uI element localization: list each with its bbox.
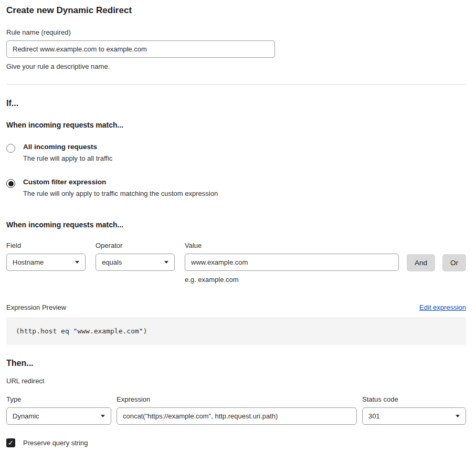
edit-expression-link[interactable]: Edit expression	[419, 303, 466, 311]
value-column: Value e.g. example.com	[185, 242, 399, 284]
operator-label: Operator	[96, 242, 175, 249]
url-redirect-label: URL redirect	[6, 377, 466, 385]
type-select[interactable]: Dynamic	[6, 407, 111, 425]
chevron-down-icon	[101, 415, 105, 417]
rule-name-group: Rule name (required) Give your rule a de…	[6, 28, 466, 70]
radio-option-all-incoming[interactable]: All incoming requests The rule will appl…	[6, 143, 466, 162]
preserve-query-string-label: Preserve query string	[23, 439, 88, 447]
incoming-match-heading: When incoming requests match...	[6, 121, 466, 129]
field-column: Field Hostname	[6, 242, 86, 271]
field-label: Field	[6, 242, 86, 249]
status-code-label: Status code	[362, 395, 466, 403]
radio-selected-icon[interactable]	[6, 179, 15, 188]
expression-preview-header: Expression Preview Edit expression	[6, 303, 466, 311]
type-column: Type Dynamic	[6, 395, 111, 425]
expression-label: Expression	[117, 395, 357, 403]
expression-column: Expression	[117, 395, 357, 425]
radio-option-text: Custom filter expression The rule will o…	[23, 178, 218, 197]
or-button[interactable]: Or	[442, 254, 466, 271]
radio-option-label: All incoming requests	[23, 143, 112, 151]
value-help: e.g. example.com	[185, 276, 399, 284]
rule-name-help: Give your rule a descriptive name.	[6, 62, 466, 70]
type-select-value: Dynamic	[13, 412, 39, 420]
rule-name-label: Rule name (required)	[6, 28, 466, 36]
chevron-down-icon	[456, 415, 460, 417]
expression-input[interactable]	[117, 407, 357, 425]
radio-option-description: The rule will apply to all traffic	[23, 154, 112, 162]
redirect-settings-row: Type Dynamic Expression Status code 301	[6, 395, 466, 425]
create-redirect-form: Create new Dynamic Redirect Rule name (r…	[0, 0, 476, 451]
preserve-query-string-option[interactable]: ✓ Preserve query string	[6, 438, 466, 447]
operator-select[interactable]: equals	[96, 254, 175, 271]
status-code-select[interactable]: 301	[362, 407, 466, 425]
field-select-value: Hostname	[13, 258, 44, 266]
then-heading: Then...	[6, 359, 466, 368]
expression-preview-code: (http.host eq "www.example.com")	[6, 317, 466, 345]
filter-builder-row: Field Hostname Operator equals Value e.g…	[6, 242, 466, 284]
filter-match-heading: When incoming requests match...	[6, 221, 466, 229]
if-heading: If...	[6, 99, 466, 108]
checkbox-checked-icon[interactable]: ✓	[6, 438, 15, 447]
section-divider	[6, 84, 466, 85]
rule-name-input[interactable]	[6, 40, 275, 58]
status-code-select-value: 301	[368, 412, 380, 420]
radio-option-text: All incoming requests The rule will appl…	[23, 143, 112, 162]
radio-unselected-icon[interactable]	[6, 144, 15, 153]
type-label: Type	[6, 395, 111, 403]
and-button[interactable]: And	[407, 254, 435, 271]
radio-option-description: The rule will only apply to traffic matc…	[23, 190, 218, 197]
radio-option-label: Custom filter expression	[23, 178, 218, 186]
field-select[interactable]: Hostname	[6, 254, 86, 271]
chevron-down-icon	[164, 261, 168, 264]
status-code-column: Status code 301	[362, 395, 466, 425]
chevron-down-icon	[75, 261, 79, 264]
page-title: Create new Dynamic Redirect	[6, 5, 466, 16]
value-label: Value	[185, 242, 399, 249]
radio-option-custom-filter[interactable]: Custom filter expression The rule will o…	[6, 178, 466, 197]
operator-column: Operator equals	[96, 242, 175, 271]
value-input[interactable]	[185, 254, 399, 271]
expression-preview-label: Expression Preview	[6, 303, 66, 311]
operator-select-value: equals	[102, 258, 122, 266]
and-or-buttons: And Or	[407, 242, 466, 271]
